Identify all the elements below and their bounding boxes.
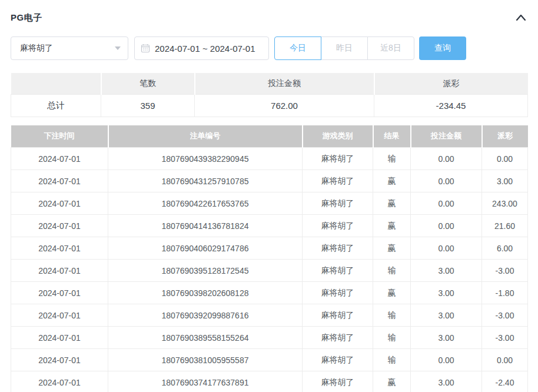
cell-bet-amount: 0.00 [411, 237, 482, 260]
cell-bet-amount: 3.00 [411, 327, 482, 349]
last-8-days-button[interactable]: 近8日 [367, 36, 414, 60]
cell-payout: -2.40 [482, 371, 528, 392]
cell-game-type: 麻将胡了 [303, 192, 373, 215]
col-header-result: 结果 [373, 125, 411, 148]
calendar-icon [141, 44, 155, 53]
cell-order-no: 1807690389558155264 [108, 327, 303, 349]
col-header-bet-amount: 投注金额 [411, 125, 482, 148]
cell-order-no: 1807690414136781824 [108, 215, 303, 237]
cell-result: 赢 [373, 371, 411, 392]
cell-game-type: 麻将胡了 [303, 304, 373, 327]
col-header-bet-time: 下注时间 [11, 125, 108, 148]
table-row: 2024-07-011807690398202608128麻将胡了赢3.00-1… [11, 282, 528, 304]
table-row: 2024-07-011807690431257910785麻将胡了赢0.003.… [11, 170, 528, 192]
cell-game-type: 麻将胡了 [303, 215, 373, 237]
summary-header-bet-amount: 投注金额 [195, 73, 374, 94]
cell-bet-time: 2024-07-01 [11, 215, 108, 237]
cell-order-no: 1807690392099887616 [108, 304, 303, 327]
cell-bet-time: 2024-07-01 [11, 371, 108, 392]
quick-range-button-group: 今日 昨日 近8日 [274, 36, 414, 60]
today-button[interactable]: 今日 [274, 36, 321, 60]
summary-header-count: 笔数 [101, 73, 195, 94]
cell-bet-amount: 3.00 [411, 304, 482, 327]
filter-controls: 麻将胡了 2024-07-01 ~ 2024-07-01 今日 昨日 近8日 查… [11, 36, 527, 60]
cell-bet-amount: 0.00 [411, 170, 482, 192]
cell-order-no: 1807690381005955587 [108, 349, 303, 371]
cell-game-type: 麻将胡了 [303, 170, 373, 192]
cell-order-no: 1807690422617653765 [108, 192, 303, 215]
game-select-value: 麻将胡了 [20, 43, 53, 54]
cell-game-type: 麻将胡了 [303, 237, 373, 260]
query-button[interactable]: 查询 [419, 36, 466, 60]
cell-bet-time: 2024-07-01 [11, 282, 108, 304]
game-select[interactable]: 麻将胡了 [11, 36, 128, 60]
summary-total-bet-amount: 762.00 [195, 94, 374, 117]
panel-header: PG电子 [11, 12, 527, 24]
table-row: 2024-07-011807690392099887616麻将胡了输3.00-3… [11, 304, 528, 327]
cell-payout: 243.00 [482, 192, 528, 215]
table-row: 2024-07-011807690439382290945麻将胡了输0.000.… [11, 148, 528, 170]
cell-bet-time: 2024-07-01 [11, 304, 108, 327]
cell-bet-time: 2024-07-01 [11, 237, 108, 260]
collapse-button[interactable] [514, 12, 527, 24]
yesterday-button[interactable]: 昨日 [321, 36, 368, 60]
cell-payout: -3.00 [482, 260, 528, 282]
col-header-payout: 派彩 [482, 125, 528, 148]
cell-bet-time: 2024-07-01 [11, 260, 108, 282]
cell-payout: 21.60 [482, 215, 528, 237]
chevron-down-icon [115, 46, 121, 50]
cell-payout: 3.00 [482, 170, 528, 192]
date-range-value: 2024-07-01 ~ 2024-07-01 [155, 44, 255, 54]
table-row: 2024-07-011807690395128172545麻将胡了输3.00-3… [11, 260, 528, 282]
date-range-input[interactable]: 2024-07-01 ~ 2024-07-01 [134, 36, 269, 60]
cell-result: 赢 [373, 192, 411, 215]
summary-header-blank [11, 73, 101, 94]
cell-payout: 0.00 [482, 349, 528, 371]
summary-total-row: 总计 359 762.00 -234.45 [11, 94, 528, 117]
cell-game-type: 麻将胡了 [303, 327, 373, 349]
cell-result: 输 [373, 327, 411, 349]
cell-bet-amount: 0.00 [411, 215, 482, 237]
cell-bet-amount: 3.00 [411, 260, 482, 282]
cell-bet-time: 2024-07-01 [11, 349, 108, 371]
table-row: 2024-07-011807690381005955587麻将胡了输0.000.… [11, 349, 528, 371]
cell-bet-time: 2024-07-01 [11, 170, 108, 192]
col-header-order-no: 注单编号 [108, 125, 303, 148]
table-row: 2024-07-011807690422617653765麻将胡了赢0.0024… [11, 192, 528, 215]
cell-bet-time: 2024-07-01 [11, 192, 108, 215]
cell-bet-time: 2024-07-01 [11, 148, 108, 170]
table-row: 2024-07-011807690414136781824麻将胡了赢0.0021… [11, 215, 528, 237]
detail-header-row: 下注时间 注单编号 游戏类别 结果 投注金额 派彩 [11, 125, 528, 148]
cell-order-no: 1807690374177637891 [108, 371, 303, 392]
summary-header-payout: 派彩 [374, 73, 528, 94]
table-row: 2024-07-011807690374177637891麻将胡了赢3.00-2… [11, 371, 528, 392]
cell-bet-amount: 0.00 [411, 192, 482, 215]
summary-total-label: 总计 [11, 94, 101, 117]
cell-game-type: 麻将胡了 [303, 148, 373, 170]
cell-result: 赢 [373, 170, 411, 192]
cell-order-no: 1807690431257910785 [108, 170, 303, 192]
cell-bet-amount: 0.00 [411, 349, 482, 371]
cell-order-no: 1807690395128172545 [108, 260, 303, 282]
summary-table: 笔数 投注金额 派彩 总计 359 762.00 -234.45 [11, 73, 528, 117]
cell-result: 赢 [373, 237, 411, 260]
bet-records-table: 下注时间 注单编号 游戏类别 结果 投注金额 派彩 2024-07-011807… [11, 125, 528, 392]
table-row: 2024-07-011807690389558155264麻将胡了输3.00-3… [11, 327, 528, 349]
detail-table-body: 2024-07-011807690439382290945麻将胡了输0.000.… [11, 148, 528, 392]
cell-bet-amount: 3.00 [411, 371, 482, 392]
col-header-game-type: 游戏类别 [303, 125, 373, 148]
summary-header-row: 笔数 投注金额 派彩 [11, 73, 528, 94]
cell-order-no: 1807690406029174786 [108, 237, 303, 260]
cell-payout: -1.80 [482, 282, 528, 304]
cell-bet-amount: 3.00 [411, 282, 482, 304]
cell-game-type: 麻将胡了 [303, 260, 373, 282]
cell-payout: 0.00 [482, 148, 528, 170]
panel-title: PG电子 [11, 12, 42, 24]
cell-game-type: 麻将胡了 [303, 349, 373, 371]
summary-total-payout: -234.45 [374, 94, 528, 117]
cell-order-no: 1807690439382290945 [108, 148, 303, 170]
cell-result: 输 [373, 349, 411, 371]
cell-result: 输 [373, 260, 411, 282]
cell-bet-amount: 0.00 [411, 148, 482, 170]
cell-game-type: 麻将胡了 [303, 371, 373, 392]
